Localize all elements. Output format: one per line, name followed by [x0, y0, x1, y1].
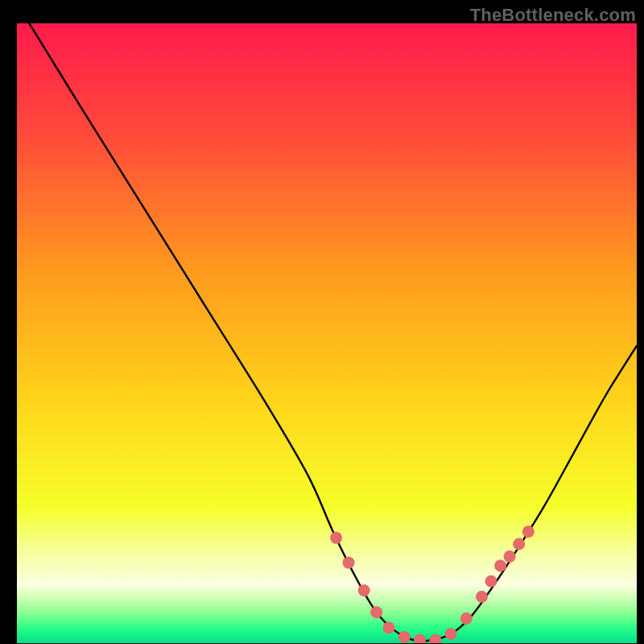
- data-point-marker: [460, 613, 473, 625]
- data-point-marker: [494, 559, 506, 572]
- data-point-marker: [476, 591, 488, 603]
- data-point-marker: [343, 556, 355, 568]
- chart-background: [17, 23, 637, 643]
- data-point-marker: [504, 551, 516, 563]
- data-point-marker: [370, 606, 382, 618]
- data-point-marker: [330, 532, 342, 544]
- data-point-marker: [522, 526, 535, 538]
- chart-frame: TheBottleneck.com: [0, 0, 644, 644]
- data-point-marker: [445, 628, 457, 640]
- data-point-marker: [383, 621, 395, 634]
- data-point-marker: [485, 576, 497, 588]
- data-point-marker: [513, 538, 525, 550]
- data-point-marker: [398, 631, 411, 643]
- data-point-marker: [358, 584, 370, 597]
- chart-plot-area: [17, 23, 637, 643]
- chart-svg: [17, 23, 637, 643]
